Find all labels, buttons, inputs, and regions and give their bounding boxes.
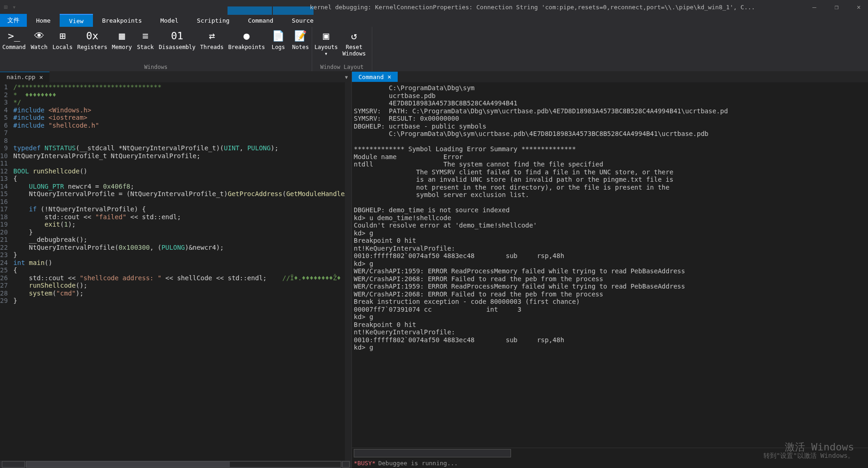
code-line[interactable]: runShellcode(); bbox=[13, 282, 351, 289]
tab-breakpoints[interactable]: Breakpoints bbox=[93, 14, 151, 27]
watch-icon: 👁 bbox=[34, 29, 44, 43]
close-button[interactable]: ✕ bbox=[852, 2, 865, 12]
status-message: Debuggee is running... bbox=[378, 460, 458, 467]
code-line[interactable]: { bbox=[13, 175, 351, 183]
ribbon-memory-button[interactable]: ▦Memory bbox=[110, 27, 134, 63]
command-input[interactable] bbox=[354, 449, 511, 457]
pin-icon[interactable]: ▾ bbox=[341, 73, 351, 81]
scroll-right-btn[interactable] bbox=[342, 461, 350, 468]
code-line[interactable] bbox=[13, 137, 351, 145]
tab-command[interactable]: Command bbox=[239, 14, 283, 27]
group-layout: Window Layout bbox=[312, 63, 372, 71]
ribbon-threads-button[interactable]: ⇄Threads bbox=[198, 27, 226, 63]
ribbon-btn-label: Layouts▾ bbox=[314, 44, 338, 57]
ribbon-tabs: 文件 Home View Breakpoints Model Scripting… bbox=[0, 14, 868, 27]
code-line[interactable]: /************************************* bbox=[13, 83, 351, 91]
code-line[interactable]: std::cout << "shellcode address: " << sh… bbox=[13, 274, 351, 282]
stack-icon: ≡ bbox=[142, 29, 148, 43]
code-line[interactable]: } bbox=[13, 251, 351, 259]
tab-home[interactable]: Home bbox=[27, 14, 60, 27]
minimize-button[interactable]: — bbox=[808, 2, 821, 12]
code-line[interactable] bbox=[13, 198, 351, 206]
ribbon-btn-label: Registers bbox=[77, 44, 107, 50]
source-highlight bbox=[273, 6, 314, 15]
code-line[interactable]: std::cout << "failed" << std::endl; bbox=[13, 213, 351, 221]
code-line[interactable]: #include "shellcode.h" bbox=[13, 122, 351, 129]
code-editor[interactable]: 1234567891011121314151617181920212223242… bbox=[0, 82, 351, 461]
ribbon-btn-label: Command bbox=[2, 44, 26, 50]
code-line[interactable]: #include <Windows.h> bbox=[13, 106, 351, 114]
code-line[interactable]: typedef NTSTATUS(__stdcall *NtQueryInter… bbox=[13, 144, 351, 152]
ribbon-stack-button[interactable]: ≡Stack bbox=[134, 27, 156, 63]
ribbon-btn-label: Notes bbox=[292, 44, 309, 50]
tab-view[interactable]: View bbox=[60, 14, 92, 27]
source-file-tab[interactable]: nain.cpp × bbox=[0, 72, 49, 82]
close-icon[interactable]: × bbox=[39, 74, 43, 81]
group-windows: Windows bbox=[0, 63, 312, 71]
ribbon-watch-button[interactable]: 👁Watch bbox=[28, 27, 50, 63]
code-line[interactable]: */ bbox=[13, 99, 351, 106]
vertical-scrollbar[interactable] bbox=[345, 82, 351, 461]
ribbon-btn-label: Watch bbox=[31, 44, 48, 50]
scroll-thumb[interactable] bbox=[26, 462, 230, 467]
command-output[interactable]: C:\ProgramData\Dbg\sym ucrtbase.pdb 4E7D… bbox=[352, 82, 868, 448]
horizontal-scrollbar[interactable] bbox=[0, 461, 351, 468]
memory-icon: ▦ bbox=[119, 29, 125, 43]
code-line[interactable]: __debugbreak(); bbox=[13, 236, 351, 244]
scroll-left-btn[interactable] bbox=[2, 461, 25, 468]
source-pane: nain.cpp × ▾ 123456789101112131415161718… bbox=[0, 71, 351, 468]
tab-scripting[interactable]: Scripting bbox=[188, 14, 239, 27]
threads-icon: ⇄ bbox=[209, 29, 215, 43]
layouts-icon: ▣ bbox=[323, 29, 329, 43]
code-line[interactable]: BOOL runShellcode() bbox=[13, 167, 351, 175]
logs-icon: 📄 bbox=[272, 29, 284, 43]
code-line[interactable]: system("cmd"); bbox=[13, 289, 351, 297]
code-line[interactable]: #include <iostream> bbox=[13, 114, 351, 122]
code-line[interactable]: exit(1); bbox=[13, 221, 351, 228]
code-line[interactable]: NtQueryIntervalProfile(0x100300, (PULONG… bbox=[13, 244, 351, 252]
status-busy: *BUSY* bbox=[354, 460, 376, 467]
ribbon-btn-label: Memory bbox=[112, 44, 132, 50]
file-menu[interactable]: 文件 bbox=[0, 14, 27, 27]
maximize-button[interactable]: ❐ bbox=[830, 2, 843, 12]
ribbon-disassembly-button[interactable]: 01Disassembly bbox=[156, 27, 197, 63]
tab-model[interactable]: Model bbox=[151, 14, 188, 27]
locals-icon: ⊞ bbox=[60, 29, 66, 43]
notes-icon: 📝 bbox=[294, 29, 307, 43]
code-line[interactable]: if (!NtQueryIntervalProfile) { bbox=[13, 205, 351, 213]
ribbon-btn-label: Disassembly bbox=[159, 44, 195, 50]
command-pane: Command × C:\ProgramData\Dbg\sym ucrtbas… bbox=[351, 71, 868, 468]
ribbon-btn-label: Locals bbox=[53, 44, 73, 50]
ribbon-notes-button[interactable]: 📝Notes bbox=[289, 27, 312, 63]
command-tab[interactable]: Command × bbox=[352, 72, 398, 82]
ribbon-registers-button[interactable]: 0xRegisters bbox=[75, 27, 110, 63]
code-line[interactable]: { bbox=[13, 266, 351, 274]
command-icon: >_ bbox=[8, 29, 20, 43]
ribbon-btn-label: Logs bbox=[271, 44, 285, 50]
close-icon[interactable]: × bbox=[388, 73, 391, 80]
code-line[interactable]: int main() bbox=[13, 259, 351, 267]
ribbon-btn-label: Stack bbox=[137, 44, 154, 50]
ribbon-body: >_Command👁Watch⊞Locals0xRegisters▦Memory… bbox=[0, 27, 868, 71]
code-line[interactable]: * ♦♦♦♦♦♦♦♦ bbox=[13, 91, 351, 99]
code-line[interactable] bbox=[13, 129, 351, 137]
ribbon-btn-label: Threads bbox=[200, 44, 224, 50]
command-highlight bbox=[228, 6, 272, 15]
tab-source[interactable]: Source bbox=[283, 14, 323, 27]
ribbon-layouts-button[interactable]: ▣Layouts▾ bbox=[312, 27, 340, 63]
titlebar: ⊞ ▾ kernel debugging: KernelConnectionPr… bbox=[0, 0, 868, 14]
ribbon-logs-button[interactable]: 📄Logs bbox=[267, 27, 289, 63]
code-line[interactable]: ULONG_PTR newcr4 = 0x406f8; bbox=[13, 183, 351, 191]
code-line[interactable]: } bbox=[13, 228, 351, 236]
code-line[interactable]: NtQueryIntervalProfile = (NtQueryInterva… bbox=[13, 190, 351, 198]
registers-icon: 0x bbox=[86, 29, 98, 43]
dropdown-icon[interactable]: ▾ bbox=[12, 3, 16, 11]
code-line[interactable]: NtQueryIntervalProfile_t NtQueryInterval… bbox=[13, 152, 351, 160]
ribbon-breakpoints-button[interactable]: ●Breakpoints bbox=[226, 27, 267, 63]
code-line[interactable]: } bbox=[13, 297, 351, 305]
ribbon-command-button[interactable]: >_Command bbox=[0, 27, 28, 63]
ribbon-reset-windows-button[interactable]: ↺ResetWindows bbox=[340, 27, 368, 63]
code-line[interactable] bbox=[13, 160, 351, 167]
ribbon-locals-button[interactable]: ⊞Locals bbox=[50, 27, 75, 63]
reset
windows-icon: ↺ bbox=[351, 29, 357, 43]
